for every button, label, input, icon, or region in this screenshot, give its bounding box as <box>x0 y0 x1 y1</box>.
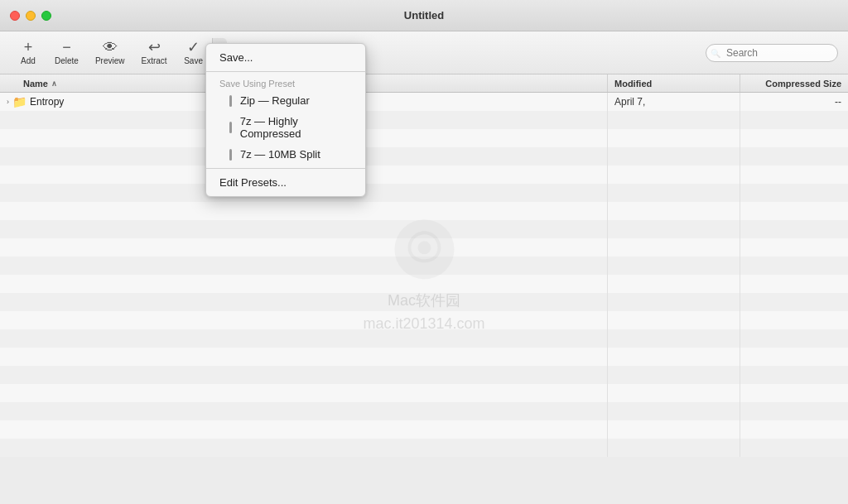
preset-7z-label: 7z — Highly Compressed <box>240 115 352 140</box>
disclosure-icon: › <box>7 98 9 106</box>
table-row <box>0 366 848 384</box>
menu-separator-2 <box>206 168 365 169</box>
empty-cell <box>740 166 848 184</box>
table-row[interactable]: › 📁 Entropy April 7, -- <box>0 93 848 111</box>
preview-label: Preview <box>95 56 125 65</box>
empty-cell <box>0 348 608 366</box>
empty-cell <box>740 184 848 202</box>
empty-cell <box>608 366 740 384</box>
empty-cell <box>608 329 740 348</box>
empty-cell <box>0 238 608 257</box>
file-modified-cell: April 7, <box>608 93 740 111</box>
table-row <box>0 329 848 348</box>
empty-cell <box>740 420 848 439</box>
empty-cell <box>608 311 740 329</box>
preview-button[interactable]: 👁 Preview <box>87 36 133 69</box>
empty-cell <box>740 293 848 311</box>
empty-cell <box>608 384 740 402</box>
preset-7z-split-label: 7z — 10MB Split <box>240 148 320 161</box>
table-row <box>0 111 848 129</box>
empty-cell <box>740 329 848 348</box>
empty-cell <box>740 220 848 238</box>
add-label: Add <box>21 56 36 65</box>
empty-cell <box>740 111 848 129</box>
table-row <box>0 311 848 329</box>
empty-cell <box>740 402 848 420</box>
table-row <box>0 275 848 293</box>
empty-cell <box>0 293 608 311</box>
close-button[interactable] <box>10 11 20 21</box>
empty-cell <box>608 257 740 275</box>
column-size[interactable]: Compressed Size <box>740 74 848 92</box>
empty-cell <box>608 111 740 129</box>
preset-header-label: Save Using Preset <box>219 79 295 89</box>
delete-button[interactable]: − Delete <box>46 36 87 69</box>
titlebar: Untitled <box>0 0 848 31</box>
preset-zip-item[interactable]: Zip — Regular <box>206 90 365 111</box>
preset-zip-label: Zip — Regular <box>240 94 310 107</box>
table-row <box>0 384 848 402</box>
preset-indicator-icon <box>229 149 232 161</box>
search-input[interactable] <box>706 44 838 62</box>
extract-button[interactable]: ↩ Extract <box>132 36 175 69</box>
empty-cell <box>740 348 848 366</box>
table-row <box>0 184 848 202</box>
save-menu-label: Save... <box>219 51 253 64</box>
add-button[interactable]: + Add <box>10 36 46 69</box>
minimize-button[interactable] <box>26 11 36 21</box>
preview-icon: 👁 <box>103 40 118 55</box>
table-row <box>0 147 848 166</box>
empty-cell <box>0 366 608 384</box>
search-wrapper <box>706 44 838 62</box>
empty-cell <box>608 420 740 439</box>
add-icon: + <box>24 40 33 55</box>
extract-icon: ↩ <box>148 40 161 55</box>
empty-cell <box>740 384 848 402</box>
empty-cell <box>740 366 848 384</box>
save-icon: ✓ <box>187 40 200 55</box>
preset-indicator-icon <box>229 122 232 133</box>
toolbar: + Add − Delete 👁 Preview ↩ Extract ✓ Sav… <box>0 31 848 74</box>
empty-cell <box>0 439 608 457</box>
table-row <box>0 420 848 439</box>
empty-cell <box>0 420 608 439</box>
table-row <box>0 202 848 220</box>
empty-cell <box>0 402 608 420</box>
empty-cell <box>0 384 608 402</box>
table-row <box>0 238 848 257</box>
empty-cell <box>740 439 848 457</box>
column-header: Name ∧ Modified Compressed Size <box>0 74 848 93</box>
file-size: -- <box>835 96 841 108</box>
empty-cell <box>740 257 848 275</box>
save-menu-item[interactable]: Save... <box>206 47 365 68</box>
empty-cell <box>740 202 848 220</box>
empty-cell <box>740 238 848 257</box>
empty-cell <box>740 311 848 329</box>
empty-cell <box>608 238 740 257</box>
dropdown-menu: Save... Save Using Preset Zip — Regular … <box>205 43 366 197</box>
preset-header-item: Save Using Preset <box>206 75 365 90</box>
table-row <box>0 348 848 366</box>
empty-cell <box>608 220 740 238</box>
maximize-button[interactable] <box>41 11 51 21</box>
edit-presets-item[interactable]: Edit Presets... <box>206 172 365 193</box>
table-row <box>0 402 848 420</box>
search-area <box>706 44 838 62</box>
empty-cell <box>608 293 740 311</box>
preset-indicator-icon <box>229 95 232 107</box>
preset-7z-split-item[interactable]: 7z — 10MB Split <box>206 144 365 165</box>
extract-label: Extract <box>141 56 166 65</box>
empty-cell <box>608 129 740 147</box>
edit-presets-label: Edit Presets... <box>219 176 287 189</box>
empty-cell <box>608 166 740 184</box>
table-row <box>0 439 848 457</box>
delete-label: Delete <box>55 56 79 65</box>
empty-cell <box>0 275 608 293</box>
delete-icon: − <box>62 40 71 55</box>
file-name: Entropy <box>30 96 64 108</box>
column-modified[interactable]: Modified <box>608 74 740 92</box>
empty-cell <box>0 311 608 329</box>
preset-7z-compressed-item[interactable]: 7z — Highly Compressed <box>206 111 365 144</box>
empty-cell <box>740 129 848 147</box>
file-size-cell: -- <box>740 93 848 111</box>
